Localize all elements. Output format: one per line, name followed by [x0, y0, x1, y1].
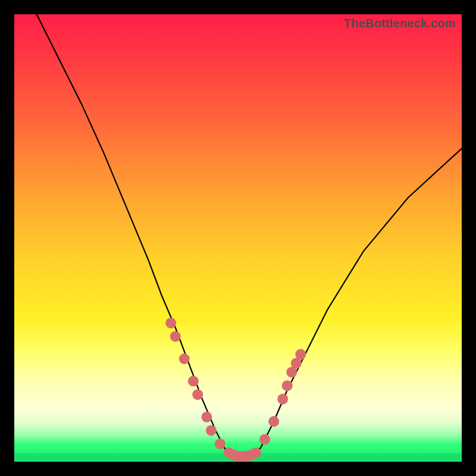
data-marker	[165, 318, 176, 328]
marker-group	[165, 318, 306, 462]
data-marker	[188, 376, 199, 387]
data-marker	[192, 389, 203, 400]
chart-svg	[14, 14, 462, 462]
data-marker	[170, 331, 181, 342]
bottleneck-curve	[37, 14, 462, 458]
data-marker	[259, 434, 270, 444]
data-marker	[277, 394, 288, 405]
data-marker	[179, 353, 190, 364]
outer-frame: TheBottleneck.com	[0, 0, 476, 476]
data-marker	[268, 416, 279, 427]
data-marker	[206, 425, 217, 436]
data-marker	[282, 380, 293, 391]
watermark-text: TheBottleneck.com	[344, 17, 456, 30]
data-marker	[201, 412, 212, 422]
plot-area: TheBottleneck.com	[14, 14, 462, 462]
data-marker	[295, 349, 306, 360]
data-marker	[250, 447, 261, 458]
data-marker	[215, 439, 226, 449]
